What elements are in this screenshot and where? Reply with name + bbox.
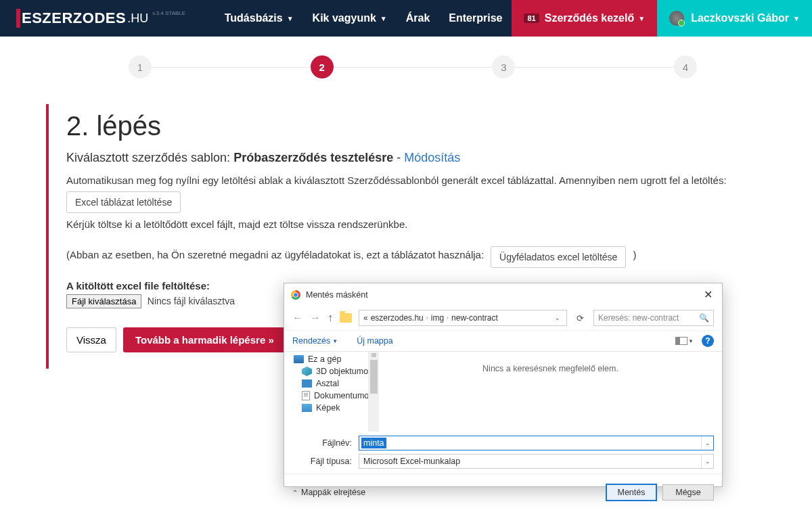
nav-pricing[interactable]: Árak bbox=[397, 0, 440, 37]
file-status-text: Nincs fájl kiválasztva bbox=[148, 296, 235, 306]
step-4[interactable]: 4 bbox=[674, 55, 697, 78]
client-excel-suffix: ) bbox=[633, 249, 636, 260]
save-button[interactable]: Mentés bbox=[606, 484, 657, 501]
dialog-title: Mentés másként bbox=[306, 290, 368, 300]
chevron-right-icon: › bbox=[447, 315, 449, 321]
filename-value: minta bbox=[361, 438, 386, 448]
nav-label: Kik vagyunk bbox=[313, 12, 376, 24]
chevron-down-icon[interactable]: ⌄ bbox=[553, 315, 562, 321]
close-icon[interactable]: ✕ bbox=[701, 288, 715, 301]
nav-user-menu[interactable]: Laczkovszki Gábor ▼ bbox=[657, 0, 812, 37]
page-title: 2. lépés bbox=[66, 111, 729, 141]
caret-down-icon[interactable]: ▼ bbox=[688, 338, 694, 344]
caret-down-icon: ▼ bbox=[638, 15, 645, 22]
logo[interactable]: ESZERZODES .HU v.3.4 STABLE bbox=[0, 9, 185, 28]
file-list-empty: Nincs a keresésnek megfelelő elem. bbox=[379, 352, 722, 432]
nav-label: Szerződés kezelő bbox=[545, 12, 635, 24]
breadcrumb-segment: « bbox=[363, 313, 368, 323]
empty-message: Nincs a keresésnek megfelelő elem. bbox=[482, 364, 618, 432]
client-excel-prefix: (Abban az esetben, ha Ön szeretné megadn… bbox=[66, 249, 484, 260]
monitor-icon bbox=[294, 355, 304, 363]
download-excel-button[interactable]: Excel táblázat letöltése bbox=[66, 191, 181, 213]
step-2[interactable]: 2 bbox=[311, 55, 334, 78]
breadcrumb-segment[interactable]: eszerzodes.hu bbox=[371, 313, 424, 323]
help-icon[interactable]: ? bbox=[702, 335, 714, 347]
nav-label: Árak bbox=[406, 12, 430, 24]
organize-menu[interactable]: Rendezés ▼ bbox=[292, 336, 338, 346]
nav-forward-icon[interactable]: → bbox=[310, 312, 321, 324]
folder-tree: Ez a gép 3D objektumok Asztal Dokumentum… bbox=[284, 352, 368, 432]
sidebar-item-this-pc[interactable]: Ez a gép bbox=[294, 353, 368, 365]
desktop-icon bbox=[302, 379, 312, 388]
selected-prefix: Kiválasztott szerződés sablon: bbox=[66, 151, 233, 164]
dialog-toolbar: Rendezés ▼ Új mappa ▼ ? bbox=[284, 330, 722, 352]
filename-label: Fájlnév: bbox=[292, 438, 359, 448]
download-client-excel-button[interactable]: Ügyféladatos excel letöltése bbox=[491, 246, 626, 268]
hide-folders-toggle[interactable]: ⌃ Mappák elrejtése bbox=[292, 488, 365, 497]
user-name: Laczkovszki Gábor bbox=[691, 12, 789, 24]
sidebar-scrollbar[interactable] bbox=[368, 352, 379, 432]
chrome-icon bbox=[291, 290, 300, 300]
search-input[interactable]: Keresés: new-contract 🔍 bbox=[593, 310, 714, 326]
nav-up-icon[interactable]: ↑ bbox=[328, 312, 333, 324]
folder-icon bbox=[340, 313, 352, 323]
hide-folders-label: Mappák elrejtése bbox=[301, 488, 365, 497]
next-step-button[interactable]: Tovább a harmadik lépésre » bbox=[123, 327, 286, 352]
breadcrumb-segment[interactable]: new-contract bbox=[451, 313, 498, 323]
organize-label: Rendezés bbox=[292, 336, 330, 346]
caret-down-icon: ▼ bbox=[332, 338, 338, 344]
filetype-label: Fájl típusa: bbox=[292, 457, 359, 466]
modify-link[interactable]: Módosítás bbox=[404, 151, 460, 164]
nav-about[interactable]: Kik vagyunk ▼ bbox=[303, 0, 397, 37]
dash: - bbox=[393, 151, 404, 164]
back-button[interactable]: Vissza bbox=[66, 327, 116, 352]
step-line bbox=[515, 67, 674, 68]
save-as-dialog: Mentés másként ✕ ← → ↑ « eszerzodes.hu ›… bbox=[284, 283, 723, 487]
sidebar-item-documents[interactable]: Dokumentumok bbox=[294, 390, 368, 402]
chevron-up-icon: ⌃ bbox=[292, 489, 298, 496]
filename-input[interactable]: minta ⌄ bbox=[359, 436, 714, 450]
dialog-body: Ez a gép 3D objektumok Asztal Dokumentum… bbox=[284, 352, 722, 432]
scrollbar-thumb[interactable] bbox=[370, 360, 378, 394]
choose-file-button[interactable]: Fájl kiválasztása bbox=[66, 294, 141, 308]
dialog-titlebar: Mentés másként ✕ bbox=[284, 283, 722, 306]
sidebar-item-3d-objects[interactable]: 3D objektumok bbox=[294, 365, 368, 377]
sidebar-item-desktop[interactable]: Asztal bbox=[294, 377, 368, 390]
selected-template-name: Próbaszerződés tesztelésre bbox=[233, 151, 393, 164]
sidebar-item-pictures[interactable]: Képek bbox=[294, 402, 368, 414]
breadcrumb-segment[interactable]: img bbox=[431, 313, 444, 323]
filetype-value: Microsoft Excel-munkalap bbox=[359, 457, 460, 466]
selected-template-line: Kiválasztott szerződés sablon: Próbaszer… bbox=[66, 151, 729, 165]
pictures-icon bbox=[302, 404, 312, 412]
filetype-select[interactable]: Microsoft Excel-munkalap ⌄ bbox=[359, 454, 714, 469]
top-nav: Tudásbázis ▼ Kik vagyunk ▼ Árak Enterpri… bbox=[215, 0, 812, 37]
breadcrumb[interactable]: « eszerzodes.hu › img › new-contract ⌄ bbox=[359, 310, 567, 326]
nav-contract-manager[interactable]: 81 Szerződés kezelő ▼ bbox=[512, 0, 657, 37]
dialog-fields: Fájlnév: minta ⌄ Fájl típusa: Microsoft … bbox=[284, 432, 722, 473]
instruction-text-1: Automatikusan meg fog nyílni egy letölté… bbox=[66, 175, 729, 186]
step-1[interactable]: 1 bbox=[129, 55, 152, 78]
nav-label: Tudásbázis bbox=[225, 12, 283, 24]
nav-label: Enterprise bbox=[449, 12, 502, 24]
cube-icon bbox=[302, 367, 312, 376]
chevron-down-icon[interactable]: ⌄ bbox=[701, 436, 713, 450]
cancel-button[interactable]: Mégse bbox=[662, 484, 714, 501]
refresh-icon[interactable]: ⟳ bbox=[574, 313, 587, 323]
new-folder-button[interactable]: Új mappa bbox=[357, 336, 393, 346]
caret-down-icon: ▼ bbox=[380, 15, 387, 22]
version-badge: v.3.4 STABLE bbox=[152, 10, 185, 16]
logo-text: ESZERZODES bbox=[22, 9, 126, 27]
chevron-down-icon[interactable]: ⌄ bbox=[701, 455, 713, 468]
logo-bar-icon bbox=[16, 9, 20, 28]
document-icon bbox=[302, 391, 310, 400]
view-mode-icon[interactable] bbox=[675, 337, 687, 345]
step-indicator: 1 2 3 4 bbox=[0, 37, 812, 97]
nav-knowledgebase[interactable]: Tudásbázis ▼ bbox=[215, 0, 303, 37]
client-excel-row: (Abban az esetben, ha Ön szeretné megadn… bbox=[66, 246, 729, 268]
step-line bbox=[334, 67, 493, 68]
step-3[interactable]: 3 bbox=[492, 55, 515, 78]
nav-enterprise[interactable]: Enterprise bbox=[439, 0, 512, 37]
nav-back-icon[interactable]: ← bbox=[292, 312, 303, 324]
instruction-text-2: Kérjük töltse ki a letöltődött excel fáj… bbox=[66, 218, 729, 230]
app-header: ESZERZODES .HU v.3.4 STABLE Tudásbázis ▼… bbox=[0, 0, 812, 37]
